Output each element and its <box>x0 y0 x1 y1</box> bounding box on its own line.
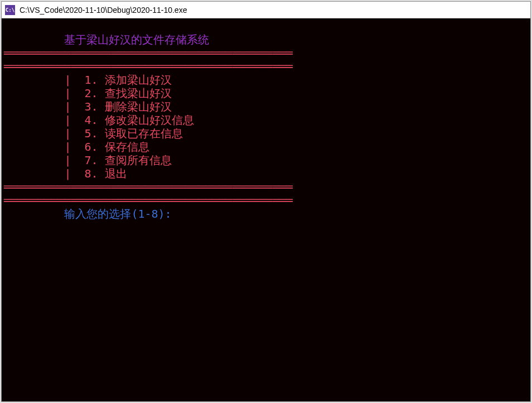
divider-top-2: ════════════════════════════════════════… <box>4 60 293 73</box>
divider-bottom-2: ════════════════════════════════════════… <box>4 194 293 207</box>
input-prompt: 输入您的选择(1-8): <box>4 207 172 220</box>
menu-item-3: | 3. 删除梁山好汉 <box>4 100 172 113</box>
divider-bottom-1: ════════════════════════════════════════… <box>4 180 293 194</box>
console-area[interactable]: 基于梁山好汉的文件存储系统 ══════════════════════════… <box>2 18 530 401</box>
menu-item-4: | 4. 修改梁山好汉信息 <box>4 113 194 127</box>
menu-item-5: | 5. 读取已存在信息 <box>4 127 183 140</box>
menu-item-1: | 1. 添加梁山好汉 <box>4 73 172 87</box>
window-title: C:\VS_Code\2020-11-10\Debug\2020-11-10.e… <box>20 6 187 15</box>
menu-item-2: | 2. 查找梁山好汉 <box>4 87 172 100</box>
divider-top-1: ════════════════════════════════════════… <box>4 46 293 60</box>
menu-item-7: | 7. 查阅所有信息 <box>4 153 172 167</box>
menu-item-8: | 8. 退出 <box>4 167 127 180</box>
console-app-icon: C:\ <box>5 5 15 15</box>
program-heading: 基于梁山好汉的文件存储系统 <box>4 33 209 46</box>
menu-item-6: | 6. 保存信息 <box>4 140 149 153</box>
titlebar[interactable]: C:\ C:\VS_Code\2020-11-10\Debug\2020-11-… <box>2 2 530 18</box>
app-window: C:\ C:\VS_Code\2020-11-10\Debug\2020-11-… <box>1 1 531 402</box>
